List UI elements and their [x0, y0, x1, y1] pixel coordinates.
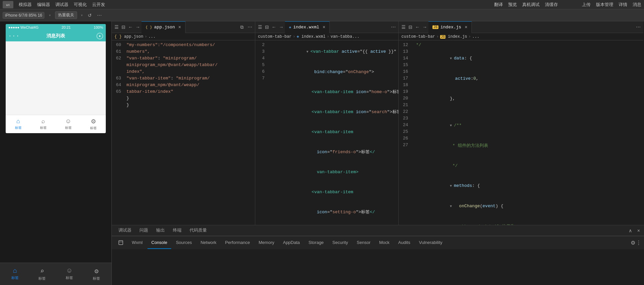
menu-clearcache[interactable]: 清缓存	[545, 2, 558, 8]
phone-tab-3[interactable]: ⚙ 标签	[81, 116, 106, 132]
more-button[interactable]: ⋯	[96, 12, 103, 19]
wxml-code-body: ▼<van-tabbar active="{{ active }}" bind:…	[267, 42, 398, 224]
devtools-tab-issues[interactable]: 问题	[135, 225, 152, 236]
wxml-line-5: <van-tabbar-item	[270, 122, 398, 142]
js-forward[interactable]: →	[421, 24, 428, 30]
line21-fold[interactable]: ▼	[450, 203, 454, 210]
phone-tab-1[interactable]: ⌕ 标签	[31, 116, 56, 132]
menu-debugger[interactable]: 调试器	[55, 2, 68, 8]
line2-fold[interactable]: ▼	[306, 49, 310, 55]
svg-text:WX: WX	[6, 4, 10, 7]
wxml-split-view[interactable]: ☰	[257, 24, 264, 30]
phone-battery: 100%	[94, 25, 103, 29]
menu-version[interactable]: 版本管理	[596, 2, 613, 8]
bottom-tab-network[interactable]: Network	[197, 237, 221, 249]
sidebar-item-1[interactable]: ⌕ 标签	[36, 266, 48, 282]
menu-detail[interactable]: 详情	[619, 2, 627, 8]
json-more-btn[interactable]: ⋯	[246, 24, 254, 30]
devtools-tab-output[interactable]: 输出	[152, 225, 169, 236]
menu-realdevice[interactable]: 真机调试	[522, 2, 540, 8]
bottom-tab-performance[interactable]: Performance	[221, 237, 254, 249]
sidebar-item-3[interactable]: ⚙ 标签	[90, 266, 103, 282]
bottom-tab-memory[interactable]: Memory	[255, 237, 278, 249]
line20-fold[interactable]: ▼	[450, 183, 454, 190]
bottom-tab-sources[interactable]: Sources	[172, 237, 196, 249]
wxml-breadcrumb-folder[interactable]: custom-tab-bar	[258, 34, 292, 39]
wxml-breadcrumb-file[interactable]: ◈ index.wxml	[297, 34, 325, 39]
wxml-tab[interactable]: ◈ index.wxml ×	[285, 21, 330, 33]
sidebar-friends-icon: ☺	[67, 267, 71, 275]
devtools-tab-debugger[interactable]: 调试器	[114, 225, 135, 236]
menu-message[interactable]: 消息	[633, 2, 641, 8]
json-code-area[interactable]: 606162 636465 "my-numbers":"/components/…	[112, 40, 255, 225]
js-split-view[interactable]: ☰	[400, 24, 407, 30]
wxml-breadcrumb-symbol[interactable]: van-tabba...	[331, 34, 359, 39]
json-split-view[interactable]: ☰	[113, 24, 120, 30]
menu-upload[interactable]: 上传	[582, 2, 591, 8]
wxml-tab-actions: ⋯	[390, 24, 397, 30]
devtools-close-btn[interactable]: ×	[636, 227, 641, 234]
bottom-settings-btn[interactable]: ⚙	[631, 240, 635, 246]
bottom-tab-storage[interactable]: Storage	[305, 237, 328, 249]
phone-tab-2[interactable]: ☺ 标签	[56, 116, 81, 132]
menu-editor[interactable]: 编辑器	[37, 2, 50, 8]
js-breadcrumb-file[interactable]: JS index.js	[440, 34, 467, 39]
bottom-tab-appdata[interactable]: AppData	[279, 237, 304, 249]
menu-visual[interactable]: 可视化	[74, 2, 87, 8]
line17-fold[interactable]: ▼	[450, 122, 454, 129]
wxml-bookmark[interactable]: ⊟	[264, 24, 270, 30]
hot-reload-button[interactable]: 热重载关	[55, 11, 77, 19]
js-sep1: ›	[436, 34, 439, 39]
bottom-more-btn[interactable]: ⋮	[636, 240, 641, 246]
js-more-btn[interactable]: ⋯	[635, 24, 642, 30]
js-tab-close[interactable]: ×	[464, 25, 467, 30]
devtools-tab-quality[interactable]: 代码质量	[186, 225, 211, 236]
bottom-tab-security[interactable]: Security	[328, 237, 352, 249]
sidebar-item-0[interactable]: ⌂ 标签	[9, 266, 21, 282]
wxml-tab-close[interactable]: ×	[323, 25, 325, 30]
json-split-btn[interactable]: ⧉	[239, 24, 245, 31]
devtools-collapse-btn[interactable]: ∧	[627, 227, 633, 234]
bottom-tab-sensor[interactable]: Sensor	[353, 237, 374, 249]
json-bookmark[interactable]: ⊟	[120, 24, 127, 30]
menu-preview[interactable]: 预览	[508, 2, 517, 8]
wxml-forward[interactable]: →	[278, 24, 285, 30]
bottom-tab-wxml[interactable]: Wxml	[128, 237, 147, 249]
wxml-code-area[interactable]: 234567 ▼<van-tabbar active="{{ active }}…	[255, 40, 398, 225]
js-code-area[interactable]: 12131415 16171819 20212223 24252627 */ ▼…	[399, 40, 643, 225]
js-back[interactable]: ←	[414, 24, 421, 30]
js-bookmark[interactable]: ⊟	[407, 24, 414, 30]
bottom-tab-vulnerability[interactable]: Vulnerability	[415, 237, 446, 249]
bottom-tab-audits[interactable]: Audits	[394, 237, 414, 249]
sidebar-settings-icon: ⚙	[94, 267, 98, 275]
nav-play-icon[interactable]: ●	[96, 33, 103, 39]
wxml-back[interactable]: ←	[270, 24, 278, 30]
sidebar-item-2[interactable]: ☺ 标签	[63, 266, 76, 282]
wxml-more-btn[interactable]: ⋯	[390, 24, 397, 30]
bottom-tab-console[interactable]: Console	[147, 237, 172, 249]
json-forward[interactable]: →	[134, 24, 141, 30]
nav-more-icon[interactable]: ···	[8, 33, 20, 39]
json-line-65	[126, 108, 252, 115]
json-back[interactable]: ←	[127, 24, 134, 30]
bottom-tab-icon[interactable]	[114, 237, 127, 249]
menu-cloud[interactable]: 云开发	[92, 2, 105, 8]
line13-fold[interactable]: ▼	[450, 55, 454, 62]
js-breadcrumb-folder[interactable]: custom-tab-bar	[401, 34, 435, 39]
json-breadcrumb: { } app.json › ...	[112, 33, 255, 40]
js-tab[interactable]: JS index.js ×	[428, 21, 472, 33]
js-breadcrumb-rest[interactable]: ...	[472, 34, 479, 39]
json-line-61c: index",	[126, 68, 252, 75]
json-tab-close[interactable]: ×	[178, 25, 181, 30]
menu-translate[interactable]: 翻译	[494, 2, 503, 8]
device-selector[interactable]: iPhone 6/7/8 85% 16	[3, 12, 44, 19]
json-tab[interactable]: { } app.json ×	[141, 21, 186, 33]
json-breadcrumb-file[interactable]: { } app.json	[114, 34, 143, 39]
devtools-tab-terminal[interactable]: 终端	[169, 225, 186, 236]
json-line-60b: numbers",	[126, 48, 252, 55]
bottom-tab-mock[interactable]: Mock	[375, 237, 393, 249]
phone-tab-0[interactable]: ⌂ 标签	[6, 116, 31, 132]
menu-simulator[interactable]: 模拟器	[19, 2, 32, 8]
refresh-button[interactable]: ↺	[86, 12, 93, 19]
json-breadcrumb-rest[interactable]: ...	[148, 34, 156, 39]
